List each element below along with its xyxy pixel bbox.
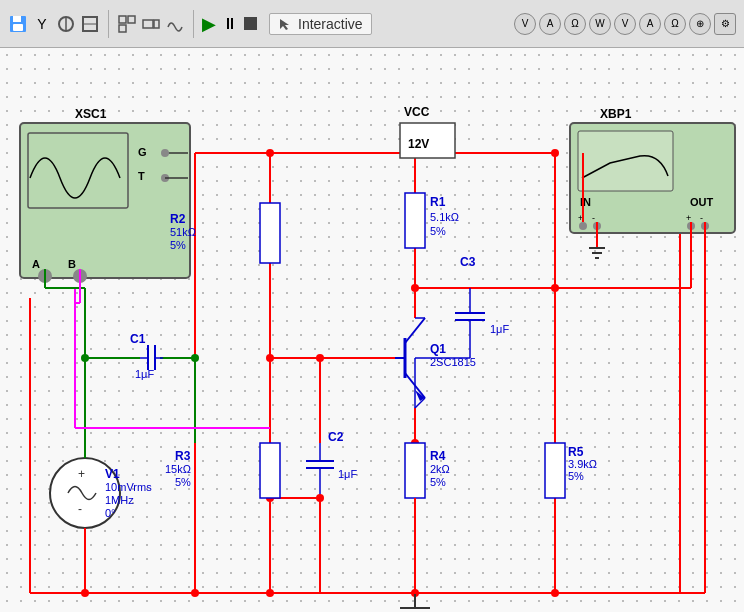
svg-rect-8: [128, 16, 135, 23]
v1-label: V1: [105, 467, 120, 481]
settings-icon[interactable]: ⚙: [714, 13, 736, 35]
save-icon[interactable]: [8, 14, 28, 34]
svg-rect-1: [13, 16, 21, 22]
ri5[interactable]: V: [614, 13, 636, 35]
toolbar: Y ▶ ⏸ Interactive V A: [0, 0, 744, 48]
svg-text:G: G: [138, 146, 147, 158]
svg-text:OUT: OUT: [690, 196, 714, 208]
c3-value: 1μF: [490, 323, 509, 335]
svg-text:IN: IN: [580, 196, 591, 208]
circuit-canvas: XSC1 G T A B VCC 12V XBP1: [0, 48, 744, 612]
r5-value: 3.9kΩ: [568, 458, 597, 470]
svg-text:B: B: [68, 258, 76, 270]
circuit-svg: XSC1 G T A B VCC 12V XBP1: [0, 48, 744, 612]
q1-value: 2SC1815: [430, 356, 476, 368]
r3-tol: 5%: [175, 476, 191, 488]
q1-label: Q1: [430, 342, 446, 356]
svg-text:-: -: [592, 213, 595, 223]
r3-label: R3: [175, 449, 191, 463]
svg-point-52: [266, 354, 274, 362]
svg-rect-118: [405, 443, 425, 498]
c1-label: C1: [130, 332, 146, 346]
svg-rect-7: [119, 16, 126, 23]
svg-point-141: [316, 494, 324, 502]
v1-value1: 10mVrms: [105, 481, 152, 493]
mode-label: Interactive: [298, 16, 363, 32]
svg-text:+: +: [78, 467, 85, 481]
svg-rect-112: [260, 203, 280, 263]
svg-rect-11: [154, 20, 159, 28]
svg-text:-: -: [700, 213, 703, 223]
ri4[interactable]: W: [589, 13, 611, 35]
play-button[interactable]: ▶: [202, 13, 216, 35]
svg-point-138: [191, 354, 199, 362]
svg-point-64: [161, 149, 169, 157]
tool1-icon[interactable]: [56, 14, 76, 34]
xsc1-label: XSC1: [75, 107, 107, 121]
stop-button[interactable]: [244, 17, 257, 30]
r4-label: R4: [430, 449, 446, 463]
svg-rect-2: [13, 24, 23, 31]
svg-rect-98: [405, 193, 425, 248]
r3-value: 15kΩ: [165, 463, 191, 475]
svg-point-140: [316, 354, 324, 362]
v1-value2: 1MHz: [105, 494, 134, 506]
r1-label: R1: [430, 195, 446, 209]
r2-tol: 5%: [170, 239, 186, 251]
svg-point-48: [266, 149, 274, 157]
interactive-mode: Interactive: [269, 13, 372, 35]
svg-point-51: [411, 284, 419, 292]
c3-label: C3: [460, 255, 476, 269]
c2-value: 1μF: [338, 468, 357, 480]
r1-tol: 5%: [430, 225, 446, 237]
r4-tol: 5%: [430, 476, 446, 488]
right-toolbar: V A Ω W V A Ω ⊕ ⚙: [514, 13, 736, 35]
sep2: [193, 10, 194, 38]
wave-icon[interactable]: [165, 14, 185, 34]
r2-label: R2: [170, 212, 186, 226]
svg-rect-9: [119, 25, 126, 32]
svg-text:A: A: [32, 258, 40, 270]
svg-rect-119: [545, 443, 565, 498]
r5-tol: 5%: [568, 470, 584, 482]
r2-value: 51kΩ: [170, 226, 196, 238]
svg-text:+: +: [686, 213, 691, 223]
svg-point-86: [579, 222, 587, 230]
ri2[interactable]: A: [539, 13, 561, 35]
svg-point-139: [81, 589, 89, 597]
r1-value: 5.1kΩ: [430, 211, 459, 223]
r5-label: R5: [568, 445, 584, 459]
vcc-label: VCC: [404, 105, 430, 119]
ri1[interactable]: V: [514, 13, 536, 35]
v1-value3: 0°: [105, 507, 116, 519]
sep1: [108, 10, 109, 38]
ri3[interactable]: Ω: [564, 13, 586, 35]
cursor-icon: [278, 17, 292, 31]
svg-text:-: -: [78, 502, 82, 516]
svg-point-50: [551, 149, 559, 157]
ri7[interactable]: Ω: [664, 13, 686, 35]
svg-text:T: T: [138, 170, 145, 182]
place-icon[interactable]: [141, 14, 161, 34]
svg-text:12V: 12V: [408, 137, 429, 151]
xbp1-label: XBP1: [600, 107, 632, 121]
ri8[interactable]: ⊕: [689, 13, 711, 35]
svg-rect-10: [143, 20, 153, 28]
svg-rect-113: [260, 443, 280, 498]
svg-point-137: [81, 354, 89, 362]
svg-line-107: [405, 318, 425, 343]
ri6[interactable]: A: [639, 13, 661, 35]
grid-icon[interactable]: [117, 14, 137, 34]
c1-value: 1μF: [135, 368, 154, 380]
pause-button[interactable]: ⏸: [222, 15, 238, 33]
c2-label: C2: [328, 430, 344, 444]
r4-value: 2kΩ: [430, 463, 450, 475]
tool2-icon[interactable]: [80, 14, 100, 34]
antenna-icon[interactable]: Y: [32, 14, 52, 34]
